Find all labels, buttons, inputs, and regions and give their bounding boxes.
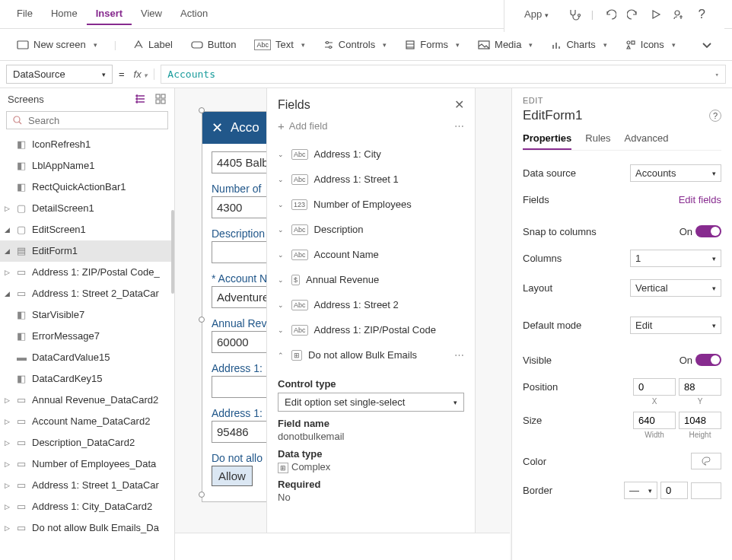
tree-node[interactable]: ▷▭Address 1: City_DataCard2 bbox=[0, 496, 174, 517]
thumbnail-view-icon[interactable] bbox=[154, 93, 167, 105]
svg-rect-2 bbox=[18, 41, 28, 49]
property-selector[interactable]: DataSource▾ bbox=[6, 65, 113, 84]
label-button[interactable]: Label bbox=[126, 35, 180, 54]
color-picker[interactable] bbox=[691, 453, 721, 469]
properties-panel: EDIT EditForm1 ? PropertiesRulesAdvanced… bbox=[511, 88, 732, 560]
field-name-label: Field name bbox=[278, 418, 464, 429]
new-screen-button[interactable]: New screen bbox=[9, 35, 105, 54]
search-input[interactable] bbox=[28, 115, 163, 126]
tree-node[interactable]: ▷▭Address 1: ZIP/Postal Code_ bbox=[0, 262, 174, 283]
icons-dropdown[interactable]: Icons bbox=[618, 35, 683, 54]
svg-point-12 bbox=[136, 101, 138, 103]
button-button[interactable]: Button bbox=[183, 35, 244, 54]
tree-node[interactable]: ◧IconRefresh1 bbox=[0, 134, 174, 155]
add-field-button[interactable]: +Add field bbox=[278, 119, 327, 132]
selection-handle[interactable] bbox=[199, 107, 205, 113]
redo-icon[interactable] bbox=[627, 8, 639, 21]
tree-node[interactable]: ◧ErrorMessage7 bbox=[0, 326, 174, 347]
tree-node[interactable]: ▷▭Do not allow Bulk Emails_Da bbox=[0, 517, 174, 539]
play-icon[interactable] bbox=[650, 8, 662, 21]
field-item[interactable]: ⌄AbcAddress 1: ZIP/Postal Code bbox=[267, 317, 475, 342]
menu-insert[interactable]: Insert bbox=[87, 3, 132, 25]
layout-select[interactable]: Vertical▾ bbox=[630, 279, 721, 297]
close-icon[interactable]: ✕ bbox=[454, 97, 464, 112]
selection-handle[interactable] bbox=[199, 492, 205, 498]
tab-properties[interactable]: Properties bbox=[523, 128, 571, 150]
tree-node[interactable]: ◧LblAppName1 bbox=[0, 155, 174, 177]
tree-node[interactable]: ▬DataCardValue15 bbox=[0, 347, 174, 368]
menu-action[interactable]: Action bbox=[171, 3, 217, 25]
control-type-select[interactable]: Edit option set single-select▾ bbox=[278, 393, 464, 412]
fields-panel: Fields ✕ +Add field ⋯ ⌄AbcAddress 1: Cit… bbox=[266, 88, 476, 560]
tab-advanced[interactable]: Advanced bbox=[625, 128, 669, 150]
border-color-picker[interactable] bbox=[691, 482, 721, 499]
field-item[interactable]: ⌄123Number of Employees bbox=[267, 192, 475, 217]
field-item[interactable]: ⌃⊞Do not allow Bulk Emails⋯ bbox=[267, 342, 475, 368]
tree-list-icon[interactable] bbox=[135, 93, 147, 105]
tree-node[interactable]: ◧RectQuickActionBar1 bbox=[0, 177, 174, 198]
help-icon[interactable]: ? bbox=[709, 110, 721, 122]
height-input[interactable] bbox=[679, 412, 721, 429]
more-icon[interactable]: ⋯ bbox=[454, 120, 464, 132]
close-icon[interactable]: ✕ bbox=[212, 119, 223, 136]
field-item[interactable]: ⌄AbcDescription bbox=[267, 217, 475, 242]
media-dropdown[interactable]: Media bbox=[470, 35, 540, 54]
svg-point-10 bbox=[136, 95, 138, 97]
tree-node[interactable]: ◢▢EditScreen1 bbox=[0, 219, 174, 240]
border-style-select[interactable]: —▾ bbox=[624, 482, 657, 499]
menu-home[interactable]: Home bbox=[42, 3, 87, 25]
tree-node[interactable]: ◢▤EditForm1 bbox=[0, 240, 174, 262]
tree-node[interactable]: ▷▭Annual Revenue_DataCard2 bbox=[0, 390, 174, 411]
app-dropdown[interactable]: App ▾ bbox=[515, 4, 558, 24]
position-x-input[interactable] bbox=[633, 378, 676, 396]
edit-fields-link[interactable]: Edit fields bbox=[679, 194, 721, 205]
tree-node[interactable]: ◢▭Address 1: Street 2_DataCar bbox=[0, 283, 174, 304]
forms-dropdown[interactable]: Forms bbox=[397, 35, 467, 54]
search-box[interactable] bbox=[6, 111, 168, 129]
scrollbar-thumb[interactable] bbox=[171, 210, 174, 294]
position-y-input[interactable] bbox=[679, 378, 721, 396]
svg-rect-3 bbox=[192, 42, 202, 48]
share-icon[interactable] bbox=[673, 8, 685, 21]
tree-node[interactable]: ▷▭Number of Employees_Data bbox=[0, 453, 174, 475]
undo-icon[interactable] bbox=[604, 8, 616, 21]
fields-panel-title: Fields bbox=[278, 98, 310, 112]
tree-node[interactable]: ▷▭Address 1: Street 1_DataCar bbox=[0, 475, 174, 496]
tree-node[interactable]: ◧StarVisible7 bbox=[0, 304, 174, 326]
svg-point-4 bbox=[326, 41, 328, 43]
field-item[interactable]: ⌄AbcAccount Name bbox=[267, 242, 475, 267]
field-item[interactable]: ⌄AbcAddress 1: City bbox=[267, 142, 475, 167]
data-source-select[interactable]: Accounts▾ bbox=[630, 164, 721, 182]
help-icon[interactable]: ? bbox=[695, 8, 708, 21]
field-item[interactable]: ⌄AbcAddress 1: Street 2 bbox=[267, 292, 475, 317]
field-item[interactable]: ⌄$Annual Revenue bbox=[267, 267, 475, 292]
selection-handle[interactable] bbox=[199, 317, 205, 323]
ribbon-toolbar: New screen | Label Button AbcText Contro… bbox=[0, 29, 732, 61]
expand-ribbon-button[interactable] bbox=[694, 37, 720, 52]
visible-toggle[interactable] bbox=[695, 354, 721, 366]
charts-dropdown[interactable]: Charts bbox=[543, 35, 614, 54]
snap-toggle[interactable] bbox=[695, 225, 721, 237]
tree-node[interactable]: ▷▭Account Name_DataCard2 bbox=[0, 411, 174, 432]
tree-node[interactable]: ▷▢DetailScreen1 bbox=[0, 198, 174, 219]
option-value[interactable]: Allow bbox=[212, 466, 253, 486]
tab-rules[interactable]: Rules bbox=[585, 128, 610, 150]
width-input[interactable] bbox=[633, 412, 676, 429]
columns-select[interactable]: 1▾ bbox=[630, 250, 721, 267]
formula-input[interactable]: Accounts▾ bbox=[161, 65, 726, 84]
svg-point-8 bbox=[627, 41, 630, 44]
border-weight-input[interactable] bbox=[660, 482, 688, 499]
tree-node[interactable]: ◧DataCardKey15 bbox=[0, 368, 174, 390]
field-item[interactable]: ⌄AbcAddress 1: Street 1 bbox=[267, 167, 475, 192]
controls-dropdown[interactable]: Controls bbox=[316, 35, 394, 54]
tree-node[interactable]: ▷▭Description_DataCard2 bbox=[0, 432, 174, 453]
svg-point-0 bbox=[578, 14, 580, 16]
stethoscope-icon[interactable] bbox=[568, 8, 581, 21]
section-label: EDIT bbox=[523, 96, 721, 105]
default-mode-select[interactable]: Edit▾ bbox=[630, 317, 721, 334]
menu-file[interactable]: File bbox=[8, 3, 42, 25]
breadcrumb-bar: ••• 〉 EditForm1 bbox=[175, 533, 510, 560]
text-dropdown[interactable]: AbcText bbox=[247, 35, 312, 54]
canvas[interactable]: ✕ Acco 4405 BalboNumber of4300Descriptio… bbox=[175, 88, 511, 560]
menu-view[interactable]: View bbox=[132, 3, 171, 25]
